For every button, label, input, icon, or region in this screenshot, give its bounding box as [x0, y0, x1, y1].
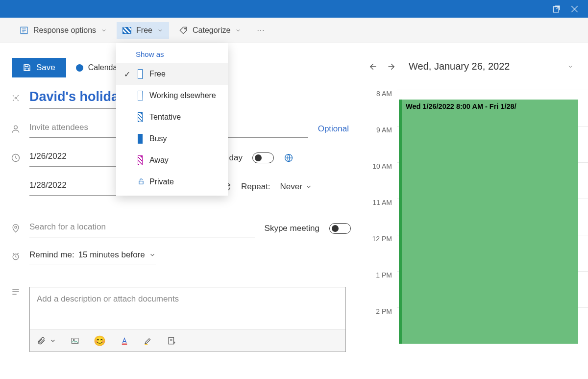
option-label: Private: [149, 177, 174, 186]
hour-label: 2 PM: [368, 307, 397, 315]
svg-rect-5: [25, 68, 29, 71]
window-title-bar: [0, 0, 588, 18]
repeat-label: Repeat:: [241, 182, 270, 192]
location-input[interactable]: Search for a location: [29, 219, 255, 237]
reminder-selector[interactable]: Remind me: 15 minutes before: [29, 248, 156, 264]
show-as-option-busy[interactable]: Busy: [116, 128, 228, 150]
option-label: Tentative: [149, 113, 181, 122]
hour-label: 11 AM: [368, 199, 397, 206]
calendar-color-dot: [76, 64, 83, 72]
svg-point-2: [185, 28, 186, 29]
option-label: Away: [149, 156, 169, 165]
reminder-label: Remind me:: [29, 250, 74, 260]
status-swatch: [138, 91, 143, 101]
repeat-selector[interactable]: Never: [280, 182, 312, 192]
description-input[interactable]: Add a description or attach documents: [30, 287, 345, 329]
chevron-down-icon: [149, 252, 156, 258]
status-swatch: [138, 69, 143, 79]
skype-label: Skype meeting: [265, 224, 319, 233]
show-as-icon: [122, 27, 131, 34]
start-date-input[interactable]: 1/26/2022: [29, 149, 118, 167]
close-icon[interactable]: [570, 4, 579, 14]
font-color-icon[interactable]: [120, 336, 129, 345]
calendar-selector[interactable]: Calendar: [76, 63, 120, 72]
format-toolbar: 😊: [30, 329, 345, 352]
option-label: Busy: [149, 134, 167, 143]
command-bar: Response options Free Categorize ⋯: [0, 18, 588, 43]
svg-rect-4: [25, 65, 28, 67]
prev-day-icon[interactable]: [368, 62, 377, 72]
hour-grid: Wed 1/26/2022 8:00 AM - Fri 1/28/ 8 AM9 …: [363, 90, 588, 344]
hour-line: [397, 90, 588, 90]
repeat-value: Never: [280, 182, 302, 192]
preview-date-label: Wed, January 26, 2022: [409, 61, 510, 72]
svg-rect-3: [139, 181, 143, 184]
categorize-label: Categorize: [193, 26, 230, 35]
response-options-icon: [20, 26, 28, 35]
status-swatch: [138, 112, 143, 122]
hour-label: 8 AM: [368, 90, 397, 98]
chevron-down-icon: [305, 183, 312, 190]
hour-label: 9 AM: [368, 126, 397, 134]
response-options-label: Response options: [33, 26, 96, 35]
clock-icon: [9, 153, 29, 163]
attach-icon[interactable]: [37, 336, 46, 345]
emoji-icon[interactable]: 😊: [94, 335, 106, 347]
show-as-option-working-elsewhere[interactable]: Working elsewhere: [116, 85, 228, 106]
next-day-icon[interactable]: [387, 62, 397, 72]
save-button[interactable]: Save: [12, 58, 66, 77]
event-block[interactable]: Wed 1/26/2022 8:00 AM - Fri 1/28/: [399, 100, 578, 344]
location-icon: [9, 224, 29, 233]
all-day-toggle[interactable]: [252, 152, 274, 163]
response-options-button[interactable]: Response options: [14, 22, 113, 39]
hour-label: 1 PM: [368, 271, 397, 279]
svg-point-6: [15, 97, 16, 99]
start-date-value: 1/26/2022: [29, 152, 67, 161]
popout-icon[interactable]: [552, 4, 561, 14]
show-as-label: Free: [136, 26, 152, 35]
description-icon: [9, 284, 29, 297]
save-label: Save: [36, 63, 55, 73]
svg-point-11: [15, 226, 17, 228]
check-icon: ✓: [123, 70, 131, 79]
show-as-option-private[interactable]: Private: [116, 171, 228, 193]
status-swatch: [138, 155, 143, 165]
dropdown-header: Show as: [116, 45, 228, 63]
insert-icon[interactable]: [167, 336, 176, 345]
highlight-icon[interactable]: [143, 336, 153, 345]
reminder-value: 15 minutes before: [78, 250, 145, 260]
timezone-icon[interactable]: [284, 153, 294, 163]
more-button[interactable]: ⋯: [251, 22, 271, 39]
option-label: Free: [149, 70, 166, 78]
chevron-down-icon: [101, 27, 107, 33]
categorize-button[interactable]: Categorize: [173, 22, 247, 39]
hour-label: 10 AM: [368, 162, 397, 170]
charm-icon[interactable]: [9, 93, 29, 103]
show-as-button[interactable]: Free: [117, 22, 169, 39]
chevron-down-icon[interactable]: [567, 64, 573, 70]
option-label: Working elsewhere: [149, 91, 216, 100]
image-icon[interactable]: [70, 336, 80, 345]
save-icon: [23, 63, 31, 72]
description-box: Add a description or attach documents 😊: [29, 287, 346, 352]
svg-point-14: [74, 339, 74, 340]
ellipsis-icon: ⋯: [257, 25, 266, 35]
chevron-down-icon: [235, 27, 241, 33]
event-summary: Wed 1/26/2022 8:00 AM - Fri 1/28/: [406, 102, 516, 110]
end-date-value: 1/28/2022: [29, 180, 67, 190]
show-as-option-free[interactable]: ✓Free: [116, 63, 228, 85]
day-preview: Wed, January 26, 2022 Wed 1/26/2022 8:00…: [363, 61, 588, 352]
chevron-down-icon[interactable]: [49, 337, 56, 344]
optional-attendees-link[interactable]: Optional: [318, 124, 349, 134]
svg-point-7: [14, 126, 18, 129]
show-as-dropdown: Show as ✓FreeWorking elsewhereTentativeB…: [116, 43, 228, 196]
status-swatch: [138, 134, 143, 144]
hour-label: 12 PM: [368, 235, 397, 243]
show-as-option-away[interactable]: Away: [116, 150, 228, 171]
people-icon: [9, 124, 29, 134]
show-as-option-tentative[interactable]: Tentative: [116, 106, 228, 128]
skype-toggle[interactable]: [329, 223, 351, 234]
status-swatch: [138, 177, 143, 187]
calendar-name-label: Calendar: [88, 63, 120, 72]
tag-icon: [179, 26, 188, 35]
